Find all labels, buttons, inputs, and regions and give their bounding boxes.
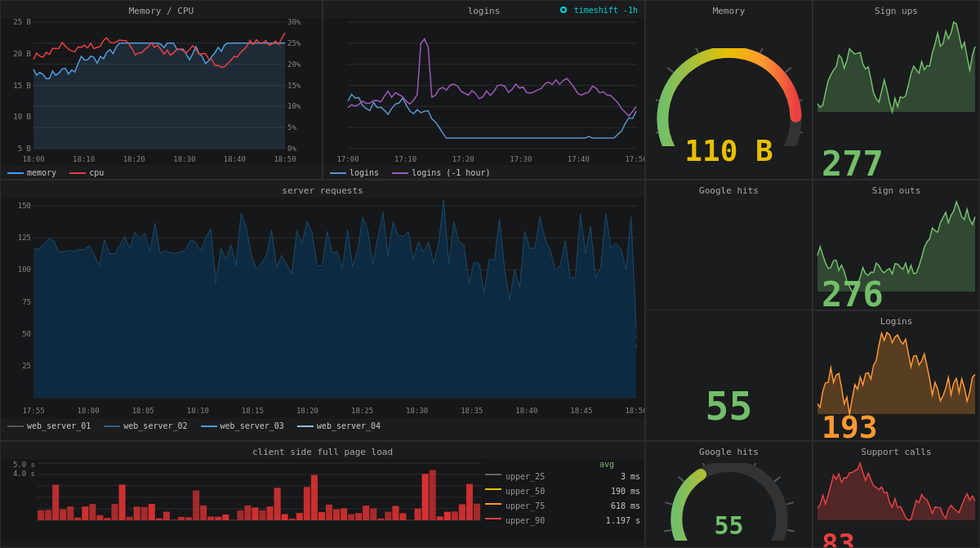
chart-logins (323, 18, 644, 165)
legend-memory-cpu: memory cpu (1, 165, 322, 180)
panel-memory-cpu: Memory / CPU memory cpu (0, 0, 323, 180)
title-signups: Sign ups (813, 1, 979, 18)
gauge-memory-value: 110 B (646, 134, 812, 167)
legend-cpu: cpu (69, 168, 104, 177)
legend-logins-main: logins (330, 168, 379, 177)
title-server-req: server requests (1, 180, 644, 198)
legend-ws2-label: web_server_02 (123, 421, 187, 430)
legend-memory-color (7, 172, 24, 174)
gauge-google2-value: 55 (646, 511, 812, 540)
legend-ws3: web_server_03 (201, 421, 284, 430)
value-signouts: 276 (822, 274, 884, 310)
gauge-google-value: 55 (646, 383, 812, 429)
gauge-memory-canvas (656, 48, 803, 146)
panel-client-load: client side full page load (0, 441, 645, 548)
legend-ws1-color (7, 425, 24, 427)
title-memory-cpu: Memory / CPU (1, 1, 322, 18)
legend-cpu-color (69, 172, 86, 174)
title-logins-stat: Logins (813, 311, 979, 328)
legend-ws3-color (201, 425, 217, 427)
sparkline-support (813, 459, 979, 524)
value-logins-stat: 193 (822, 409, 878, 441)
panel-google-hits2: Google hits 55 (645, 441, 813, 548)
panel-signups: Sign ups 277 (813, 0, 980, 180)
panel-server-requests: server requests web_server_01 web_server… (0, 180, 645, 441)
sparkline-logins-stat (813, 328, 979, 418)
chart-memory-cpu (1, 18, 322, 165)
title-signouts: Sign outs (813, 180, 979, 198)
legend-logins-label: logins (350, 168, 379, 177)
chart-server-requests (1, 198, 644, 418)
title-google-hits2: Google hits (646, 442, 812, 459)
panel-logouts (645, 180, 813, 310)
title-logins-chart: logins (323, 1, 644, 18)
legend-ws4: web_server_04 (297, 421, 381, 430)
title-support-calls: Support calls (813, 442, 979, 459)
title-client-load: client side full page load (1, 442, 644, 459)
legend-memory-label: memory (27, 168, 56, 177)
title-google-hits: Google hits (646, 180, 812, 198)
legend-logins-color (330, 172, 346, 174)
value-signups: 277 (822, 144, 884, 180)
legend-logins1h-color (392, 172, 408, 174)
value-support: 83 (822, 528, 855, 548)
sparkline-signups (813, 18, 979, 116)
gauge-google2: 55 (646, 459, 812, 544)
panel-logins-chart: logins timeshift -1h logins logins (-1 h… (323, 0, 645, 180)
legend-memory: memory (7, 168, 56, 177)
legend-ws2-color (104, 425, 120, 427)
stat-support: 83 (813, 459, 979, 548)
gauge-memory: 110 B (646, 18, 812, 176)
legend-ws3-label: web_server_03 (220, 421, 284, 430)
chart-client-load (1, 459, 644, 541)
title-memory-gauge: Memory (646, 1, 812, 18)
panel-signouts: Sign outs 276 (813, 180, 980, 310)
legend-logins-1h: logins (-1 hour) (392, 168, 490, 177)
legend-cpu-label: cpu (89, 168, 104, 177)
stat-signups: 277 (813, 18, 979, 180)
legend-server: web_server_01 web_server_02 web_server_0… (1, 418, 644, 434)
legend-logins1h-label: logins (-1 hour) (412, 168, 490, 177)
legend-ws1-label: web_server_01 (27, 421, 91, 430)
dashboard: Memory / CPU memory cpu logins timeshift… (0, 0, 980, 548)
panel-support-calls: Support calls 83 (813, 441, 980, 548)
panel-memory-gauge: Memory 110 B (645, 0, 813, 180)
legend-ws4-label: web_server_04 (317, 421, 381, 430)
stat-logins: 193 (813, 328, 979, 441)
stat-signouts: 276 (813, 198, 979, 310)
legend-ws4-color (297, 425, 314, 427)
panel-logins-stat: Logins 193 (813, 310, 980, 441)
legend-ws2: web_server_02 (104, 421, 187, 430)
legend-ws1: web_server_01 (7, 421, 91, 430)
legend-logins: logins logins (-1 hour) (323, 165, 644, 180)
